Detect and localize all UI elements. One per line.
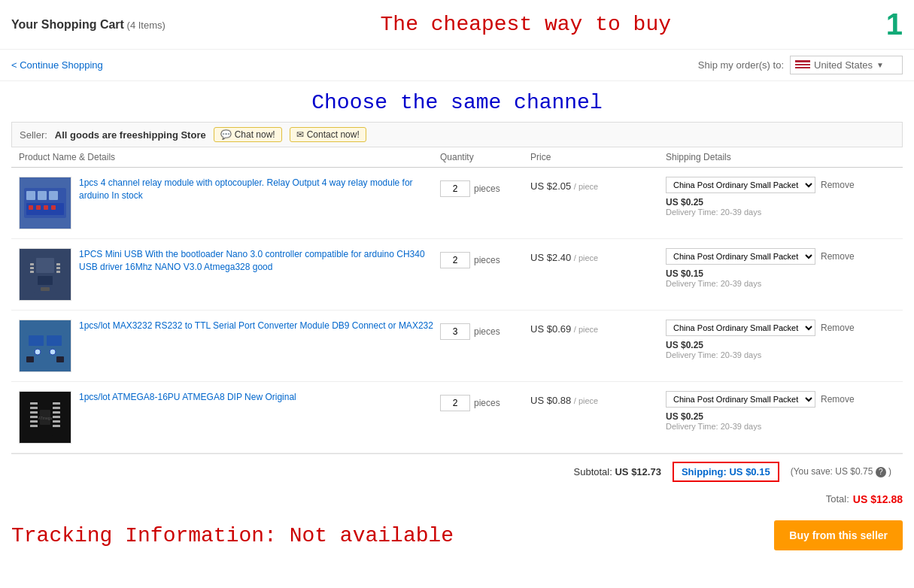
- table-row: ATmega 1pcs/lot ATMEGA8-16PU ATMEGA8 DIP…: [11, 382, 903, 453]
- svg-rect-12: [30, 267, 34, 269]
- continue-shopping-link[interactable]: < Continue Shopping: [11, 59, 103, 71]
- chat-now-button[interactable]: 💬 Chat now!: [214, 127, 282, 142]
- remove-button[interactable]: Remove: [819, 178, 856, 192]
- price-cell: US $0.88 / piece: [530, 391, 666, 406]
- svg-rect-17: [38, 276, 53, 285]
- total-row: Total: US $12.88: [0, 489, 914, 509]
- chat-icon: 💬: [220, 129, 232, 140]
- shipping-method-select[interactable]: China Post Ordinary Small Packet: [666, 320, 815, 336]
- product-name[interactable]: 1PCS Mini USB With the bootloader Nano 3…: [79, 248, 440, 274]
- svg-rect-11: [30, 263, 34, 265]
- total-value: US $12.88: [853, 493, 903, 505]
- delivery-time: Delivery Time: 20-39 days: [666, 422, 895, 431]
- contact-now-button[interactable]: ✉ Contact now!: [290, 127, 366, 142]
- shipping-cell: China Post Ordinary Small Packet Remove …: [666, 320, 895, 359]
- price-per-unit: / piece: [574, 253, 598, 262]
- country-selector[interactable]: United States ▼: [790, 56, 903, 74]
- help-icon[interactable]: ?: [876, 467, 886, 477]
- price-per-unit: / piece: [574, 182, 598, 191]
- atmega-svg: ATmega: [23, 395, 68, 440]
- total-label: Total:: [826, 493, 849, 505]
- product-name[interactable]: 1pcs 4 channel relay module with optocou…: [79, 177, 440, 202]
- table-row: 1PCS Mini USB With the bootloader Nano 3…: [11, 239, 903, 311]
- quantity-unit: pieces: [474, 252, 500, 265]
- svg-rect-10: [36, 258, 54, 273]
- cart-title: Your Shopping Cart (4 Items): [11, 18, 165, 32]
- svg-rect-7: [44, 205, 48, 210]
- buy-from-seller-button[interactable]: Buy from this seller: [774, 520, 903, 550]
- product-cell: 1PCS Mini USB With the bootloader Nano 3…: [19, 248, 440, 301]
- top-header: Your Shopping Cart (4 Items) The cheapes…: [0, 0, 914, 50]
- rs232-svg: [23, 323, 68, 368]
- col-price: Price: [530, 152, 666, 162]
- price-value: US $2.40: [530, 252, 571, 263]
- savings-section: (You save: US $0.75 ? ): [791, 466, 891, 477]
- savings-close: ): [888, 466, 891, 477]
- seller-label: Seller:: [20, 129, 47, 141]
- svg-rect-24: [26, 356, 34, 362]
- quantity-input[interactable]: [440, 180, 470, 197]
- country-name: United States: [814, 59, 873, 71]
- nav-bar: < Continue Shopping Ship my order(s) to:…: [0, 50, 914, 81]
- svg-rect-27: [30, 402, 38, 405]
- svg-rect-13: [30, 271, 34, 273]
- headline: The cheapest way to buy: [165, 13, 886, 36]
- quantity-input[interactable]: [440, 395, 470, 411]
- quantity-input[interactable]: [440, 323, 470, 340]
- svg-rect-21: [47, 335, 62, 346]
- svg-rect-14: [56, 263, 60, 265]
- shipping-method-select[interactable]: China Post Ordinary Small Packet: [666, 177, 815, 193]
- summary-row: Subtotal: US $12.73 Shipping: US $0.15 (…: [11, 453, 903, 489]
- svg-rect-16: [56, 271, 60, 273]
- svg-rect-3: [49, 191, 58, 200]
- remove-button[interactable]: Remove: [819, 393, 856, 406]
- mail-icon: ✉: [296, 129, 304, 140]
- remove-button[interactable]: Remove: [819, 321, 856, 335]
- quantity-input[interactable]: [440, 252, 470, 268]
- shipping-cell: China Post Ordinary Small Packet Remove …: [666, 391, 895, 431]
- annotation-text: Choose the same channel: [11, 87, 903, 122]
- quantity-cell: pieces: [440, 248, 530, 268]
- col-quantity: Quantity: [440, 152, 530, 162]
- quantity-unit: pieces: [474, 180, 500, 194]
- table-row: 1pcs/lot MAX3232 RS232 to TTL Serial Por…: [11, 311, 903, 382]
- svg-rect-8: [51, 205, 56, 210]
- svg-rect-2: [38, 191, 47, 200]
- svg-rect-6: [36, 205, 41, 210]
- remove-button[interactable]: Remove: [819, 250, 856, 263]
- seller-name: All goods are freeshipping Store: [55, 129, 206, 141]
- delivery-time: Delivery Time: 20-39 days: [666, 208, 895, 217]
- shipping-method-select[interactable]: China Post Ordinary Small Packet: [666, 391, 815, 408]
- svg-rect-1: [26, 191, 35, 200]
- svg-rect-30: [30, 416, 38, 418]
- product-name[interactable]: 1pcs/lot MAX3232 RS232 to TTL Serial Por…: [79, 320, 433, 332]
- price-cell: US $0.69 / piece: [530, 320, 666, 335]
- subtotal-label: Subtotal:: [574, 466, 612, 477]
- dropdown-arrow-icon: ▼: [876, 61, 884, 69]
- shipping-cost: US $0.25: [666, 340, 895, 350]
- subtotal-value: US $12.73: [615, 466, 660, 477]
- ship-to-section: Ship my order(s) to: United States ▼: [698, 56, 903, 74]
- product-cell: 1pcs/lot MAX3232 RS232 to TTL Serial Por…: [19, 320, 440, 372]
- table-row: 1pcs 4 channel relay module with optocou…: [11, 168, 903, 239]
- product-image: [19, 177, 71, 229]
- col-shipping: Shipping Details: [666, 152, 895, 162]
- shipping-label: Shipping:: [682, 466, 727, 477]
- quantity-unit: pieces: [474, 395, 500, 408]
- quantity-cell: pieces: [440, 391, 530, 411]
- svg-rect-38: [53, 425, 60, 427]
- svg-point-22: [35, 349, 41, 355]
- product-name[interactable]: 1pcs/lot ATMEGA8-16PU ATMEGA8 DIP New Or…: [79, 391, 296, 404]
- shipping-cost: US $0.15: [666, 268, 895, 279]
- svg-rect-18: [41, 287, 50, 291]
- svg-rect-36: [53, 416, 60, 418]
- quantity-cell: pieces: [440, 177, 530, 197]
- product-cell: 1pcs 4 channel relay module with optocou…: [19, 177, 440, 229]
- savings-text: (You save: US $0.75: [791, 466, 873, 477]
- shipping-cost: US $0.25: [666, 197, 895, 208]
- shipping-method-select[interactable]: China Post Ordinary Small Packet: [666, 248, 815, 265]
- step-number: 1: [886, 8, 903, 41]
- nano-svg: [23, 252, 68, 297]
- svg-rect-29: [30, 411, 38, 414]
- shipping-cost: US $0.25: [666, 411, 895, 422]
